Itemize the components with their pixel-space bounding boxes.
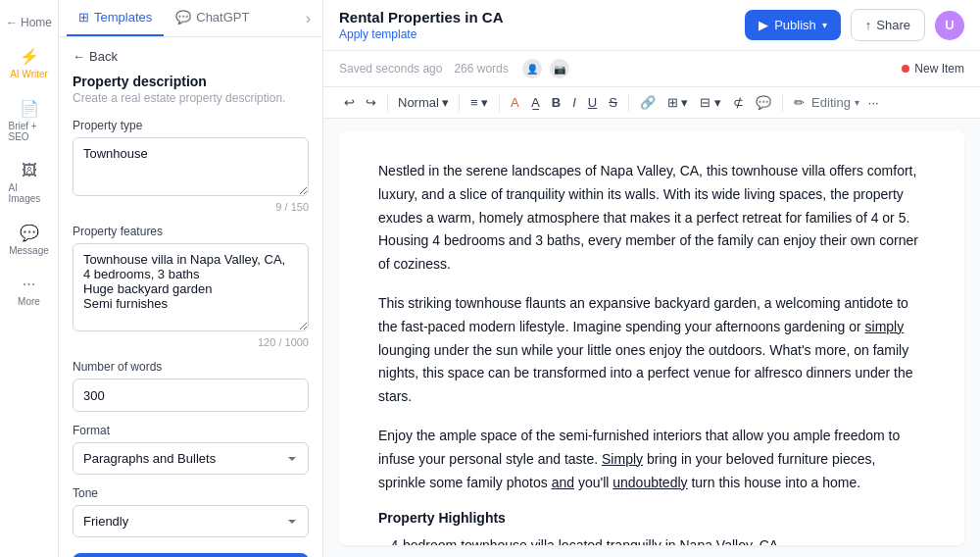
nav-label-more: More (18, 296, 40, 307)
separator-5 (782, 94, 783, 112)
collaborator-avatar-2[interactable]: 📷 (548, 57, 571, 80)
share-label: Share (876, 18, 910, 32)
section-title: Property description (73, 74, 309, 89)
editor-area[interactable]: Nestled in the serene landscapes of Napa… (339, 130, 964, 545)
grid-icon: ⊞ (78, 10, 89, 25)
property-features-char-count: 120 / 1000 (73, 336, 309, 348)
red-dot-icon (902, 65, 909, 73)
share-button[interactable]: ↑ Share (851, 9, 925, 41)
collaborator-avatar-1[interactable]: 👤 (520, 57, 544, 80)
chevron-down-icon: ▾ (822, 20, 827, 30)
separator-3 (499, 94, 500, 112)
redo-button[interactable]: ↪ (361, 91, 381, 114)
document-title: Rental Properties in CA (339, 9, 504, 25)
separator-2 (459, 94, 460, 112)
editing-label: Editing (811, 95, 851, 110)
home-label: Home (21, 16, 52, 29)
property-features-label: Property features (73, 225, 309, 238)
share-icon: ↑ (865, 18, 872, 32)
style-value: Normal (398, 95, 439, 110)
text-color-button[interactable]: A (506, 91, 524, 114)
back-label: Back (89, 49, 118, 64)
regenerate-button[interactable]: Re-generate (73, 553, 309, 557)
chevron-left-icon: ← (73, 49, 85, 64)
back-button[interactable]: ← Back (73, 49, 309, 64)
bold-button[interactable]: B (547, 91, 565, 114)
home-link[interactable]: ← Home (0, 10, 60, 35)
avatar[interactable]: U (935, 11, 964, 40)
more-options-button[interactable]: ··· (863, 91, 884, 114)
undo-button[interactable]: ↩ (339, 91, 360, 114)
number-of-words-input[interactable] (73, 379, 309, 412)
tab-chatgpt-label: ChatGPT (196, 10, 249, 25)
strikethrough-button[interactable]: S (604, 91, 622, 114)
topbar: Rental Properties in CA Apply template ▶… (323, 0, 980, 51)
apply-template-link[interactable]: Apply template (339, 27, 504, 41)
nav-label-ai-writer: AI Writer (10, 69, 48, 79)
publish-button[interactable]: ▶ Publish ▾ (745, 10, 841, 40)
italic-button[interactable]: I (567, 91, 581, 114)
style-chevron-icon: ▾ (442, 95, 449, 110)
insert-button[interactable]: ⊞ ▾ (662, 91, 694, 114)
sidebar: ⊞ Templates 💬 ChatGPT › ← Back Property … (59, 0, 323, 557)
play-icon: ▶ (759, 18, 768, 32)
tab-chatgpt[interactable]: 💬 ChatGPT (164, 0, 261, 36)
left-navigation: ← Home ⚡ AI Writer 📄 Brief + SEO 🖼 AI Im… (0, 0, 59, 557)
nav-item-brief-seo[interactable]: 📄 Brief + SEO (5, 91, 54, 150)
comment-button[interactable]: 💬 (751, 91, 776, 114)
image-icon: 🖼 (22, 162, 37, 179)
nav-item-ai-images[interactable]: 🖼 AI Images (5, 154, 54, 212)
collapse-sidebar-button[interactable]: › (302, 0, 315, 36)
nav-item-more[interactable]: ··· More (5, 268, 54, 315)
underline-button[interactable]: U (583, 91, 602, 114)
link-button[interactable]: 🔗 (635, 91, 661, 114)
align-button[interactable]: ≡ ▾ (466, 91, 493, 114)
editing-badge: Editing ▾ (811, 95, 859, 110)
chat-icon: 💬 (20, 224, 39, 242)
tone-label: Tone (73, 486, 309, 500)
arrow-left-icon: ← (6, 16, 18, 29)
editor-paragraph-3: Enjoy the ample space of the semi-furnis… (378, 425, 925, 494)
saved-status: Saved seconds ago (339, 62, 442, 76)
number-of-words-label: Number of words (73, 360, 309, 374)
editor-paragraph-2: This striking townhouse flaunts an expan… (378, 292, 925, 409)
chat-bubble-icon: 💬 (175, 10, 191, 25)
new-item-label: New Item (914, 62, 964, 76)
property-type-char-count: 9 / 150 (73, 201, 309, 213)
nav-label-ai-images: AI Images (9, 182, 50, 204)
separator-1 (387, 94, 388, 112)
formula-button[interactable]: ⊄ (728, 91, 749, 114)
tone-select[interactable]: Friendly (73, 505, 309, 537)
new-item-button[interactable]: New Item (902, 62, 964, 76)
main-content: Rental Properties in CA Apply template ▶… (323, 0, 980, 557)
nav-label-brief-seo: Brief + SEO (9, 121, 50, 142)
property-type-input[interactable] (73, 137, 309, 196)
property-features-input[interactable] (73, 243, 309, 331)
lightning-icon: ⚡ (20, 47, 39, 66)
more-icon: ··· (23, 276, 35, 293)
highlight-button[interactable]: A̲ (526, 91, 545, 114)
editor-bullet-1: - 4-bedroom townhouse villa located tran… (378, 533, 925, 545)
editor-paragraph-1: Nestled in the serene landscapes of Napa… (378, 160, 925, 277)
status-bar: Saved seconds ago 266 words 👤 📷 New Item (323, 51, 980, 87)
tab-templates[interactable]: ⊞ Templates (67, 0, 164, 36)
style-dropdown[interactable]: Normal ▾ (394, 92, 453, 113)
separator-4 (628, 94, 629, 112)
table-button[interactable]: ⊟ ▾ (695, 91, 726, 114)
pencil-button[interactable]: ✏ (789, 91, 809, 114)
history-group: ↩ ↪ (339, 91, 381, 114)
nav-label-message: Message (9, 245, 49, 256)
nav-item-ai-writer[interactable]: ⚡ AI Writer (5, 39, 54, 87)
editor-heading-highlights: Property Highlights (378, 510, 925, 526)
nav-item-message[interactable]: 💬 Message (5, 216, 54, 264)
document-icon: 📄 (20, 99, 39, 118)
property-type-label: Property type (73, 119, 309, 132)
editing-chevron-icon: ▾ (855, 97, 859, 108)
doc-toolbar: ↩ ↪ Normal ▾ ≡ ▾ A A̲ B I U S 🔗 ⊞ ▾ ⊟ ▾ … (323, 87, 980, 119)
publish-label: Publish (774, 18, 816, 32)
format-select[interactable]: Paragraphs and Bullets (73, 442, 309, 475)
tab-templates-label: Templates (94, 10, 152, 25)
sidebar-content: ← Back Property description Create a rea… (59, 37, 322, 557)
section-subtitle: Create a real estate property descriptio… (73, 91, 309, 105)
format-label: Format (73, 424, 309, 437)
